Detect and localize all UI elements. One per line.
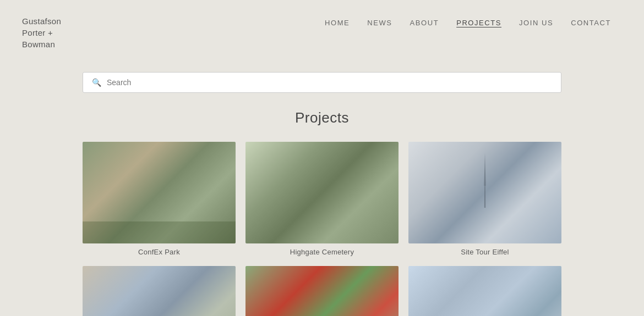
- project-label-highgate: Highgate Cemetery: [290, 248, 354, 256]
- project-image-bottom3: [408, 266, 561, 316]
- project-label-eiffel: Site Tour Eiffel: [461, 248, 509, 256]
- project-image-bottom2: [245, 266, 399, 316]
- project-image-eiffel: [408, 142, 561, 243]
- project-card-bottom3[interactable]: [408, 266, 561, 316]
- project-image-highgate: [245, 142, 399, 243]
- logo-line3: Bowman: [22, 38, 61, 50]
- search-icon: 🔍: [92, 78, 101, 87]
- nav-item-home[interactable]: HOME: [325, 19, 350, 27]
- page-title: Projects: [33, 109, 611, 126]
- project-card-eiffel[interactable]: Site Tour Eiffel: [408, 142, 561, 256]
- nav-item-join-us[interactable]: JOIN US: [519, 19, 553, 27]
- search-bar[interactable]: 🔍: [83, 72, 561, 93]
- project-card-confex[interactable]: ConfEx Park: [83, 142, 236, 256]
- project-image-confex: [83, 142, 236, 243]
- nav-item-contact[interactable]: CONTACT: [571, 19, 611, 27]
- project-card-bottom1[interactable]: [83, 266, 236, 316]
- project-card-highgate[interactable]: Highgate Cemetery: [245, 142, 399, 256]
- logo-line2: Porter +: [22, 27, 61, 38]
- nav-item-about[interactable]: ABOUT: [410, 19, 439, 27]
- site-header: Gustafson Porter + Bowman HOMENEWSABOUTP…: [0, 0, 644, 61]
- logo-line1: Gustafson: [22, 15, 61, 27]
- project-image-bottom1: [83, 266, 236, 316]
- project-label-confex: ConfEx Park: [138, 248, 180, 256]
- nav-item-news[interactable]: NEWS: [367, 19, 392, 27]
- projects-grid: ConfEx ParkHighgate CemeterySite Tour Ei…: [83, 142, 561, 316]
- site-logo[interactable]: Gustafson Porter + Bowman: [22, 15, 61, 50]
- nav-item-projects[interactable]: PROJECTS: [456, 19, 501, 27]
- main-content: 🔍 Projects ConfEx ParkHighgate CemeteryS…: [0, 61, 644, 316]
- search-input[interactable]: [107, 78, 552, 87]
- project-card-bottom2[interactable]: [245, 266, 399, 316]
- main-nav: HOMENEWSABOUTPROJECTSJOIN USCONTACT: [325, 15, 611, 27]
